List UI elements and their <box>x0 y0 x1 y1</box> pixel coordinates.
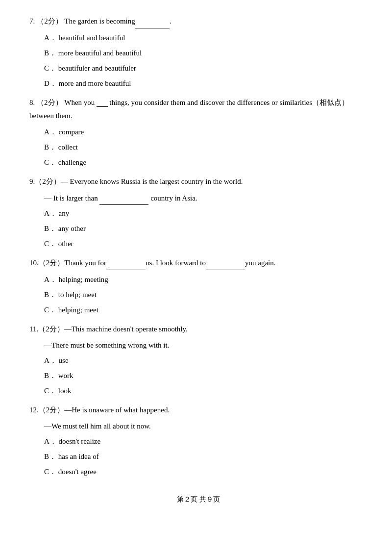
q10-option-c-label: C． <box>44 306 56 314</box>
q7-blank <box>135 15 170 28</box>
q8-blank <box>97 99 108 107</box>
q11-option-c: C． look <box>44 384 368 398</box>
q11-number: 11. <box>29 323 38 336</box>
q9-option-b-label: B． <box>44 225 56 232</box>
q8-option-a-text: compare <box>59 128 84 136</box>
q7-option-b-label: B． <box>44 49 56 57</box>
question-11: 11. （2分） —This machine doesn't operate s… <box>29 323 368 398</box>
question-9-title: 9. （2分） — Everyone knows Russia is the l… <box>29 175 368 188</box>
q9-option-b-text: any other <box>58 225 86 232</box>
q12-dialog-line2: —We must tell him all about it now. <box>44 420 368 433</box>
q10-blank1 <box>106 256 146 270</box>
q10-text-after: you again. <box>245 256 275 270</box>
question-12: 12. （2分） —He is unaware of what happened… <box>29 404 368 479</box>
q11-option-c-text: look <box>58 387 72 395</box>
q8-text-before: When you <box>64 99 95 106</box>
q12-option-b-label: B． <box>44 453 56 460</box>
question-9: 9. （2分） — Everyone knows Russia is the l… <box>29 175 368 251</box>
q9-points: （2分） <box>35 175 61 188</box>
q8-option-b: B． collect <box>44 141 368 154</box>
q11-option-b: B． work <box>44 369 368 382</box>
q10-text-middle: us. I look forward to <box>146 256 206 270</box>
q8-option-a: A． compare <box>44 126 368 139</box>
q8-option-b-label: B． <box>44 143 56 151</box>
q9-option-c-label: C． <box>44 240 56 248</box>
question-10: 10. （2分） Thank you for us. I look forwar… <box>29 256 368 317</box>
q12-points: （2分） <box>39 404 65 417</box>
q7-text-before: The garden is becoming <box>63 15 135 28</box>
q9-option-b: B． any other <box>44 222 368 235</box>
q8-points: （2分） <box>37 99 63 106</box>
q7-option-a-text: beautiful and beautiful <box>59 34 125 42</box>
q11-option-c-label: C． <box>44 387 56 395</box>
q10-option-b: B． to help; meet <box>44 288 368 302</box>
question-8-title: 8. （2分） When you things, you consider th… <box>29 96 368 123</box>
q9-option-a-text: any <box>59 209 70 217</box>
q10-option-a: A． helping; meeting <box>44 273 368 286</box>
q11-dialog-line1: —This machine doesn't operate smoothly. <box>64 323 188 336</box>
q9-dash1: — Everyone knows Russia is the largest c… <box>61 175 243 188</box>
footer-text: 第２页 共９页 <box>177 496 220 503</box>
q7-option-d-label: D． <box>44 79 57 87</box>
q10-blank2 <box>206 256 245 270</box>
question-10-title: 10. （2分） Thank you for us. I look forwar… <box>29 256 368 270</box>
q8-option-c: C． challenge <box>44 156 368 169</box>
q12-dialog-line1: —He is unaware of what happened. <box>64 404 170 417</box>
q7-option-c-label: C． <box>44 64 56 72</box>
q12-option-b-text: has an idea of <box>58 453 99 460</box>
q7-option-c: C． beautifuler and beautifuler <box>44 62 368 75</box>
q7-option-c-text: beautifuler and beautifuler <box>58 64 136 72</box>
q9-option-a-label: A． <box>44 209 57 217</box>
q12-option-b: B． has an idea of <box>44 450 368 463</box>
q11-option-a-label: A． <box>44 356 57 364</box>
q11-dialog-line2: —There must be something wrong with it. <box>44 339 368 352</box>
q12-option-a: A． doesn't realize <box>44 435 368 448</box>
q8-option-c-label: C． <box>44 158 56 166</box>
q11-option-b-text: work <box>58 372 74 379</box>
q7-option-b: B． more beautiful and beautiful <box>44 47 368 60</box>
q9-dialog-text2: country in Asia. <box>150 194 197 202</box>
q9-option-c: C． other <box>44 237 368 251</box>
q12-option-c-label: C． <box>44 468 56 476</box>
q9-option-a: A． any <box>44 207 368 220</box>
q7-option-a-label: A． <box>44 34 57 42</box>
q9-option-c-text: other <box>58 240 74 248</box>
q10-option-a-label: A． <box>44 276 57 283</box>
q12-option-a-label: A． <box>44 437 57 445</box>
q10-option-c-text: helping; meet <box>58 306 98 314</box>
q10-option-a-text: helping; meeting <box>59 276 108 283</box>
q7-text-after: . <box>170 15 172 28</box>
q7-option-a: A． beautiful and beautiful <box>44 31 368 45</box>
q10-option-c: C． helping; meet <box>44 303 368 317</box>
q10-option-b-label: B． <box>44 291 56 299</box>
q12-option-c-text: doesn't agree <box>58 468 97 476</box>
q7-option-d-text: more and more beautiful <box>59 79 131 87</box>
q12-number: 12. <box>29 404 39 417</box>
q11-option-b-label: B． <box>44 372 56 379</box>
q12-option-c: C． doesn't agree <box>44 465 368 479</box>
question-7-title: 7. （2分） The garden is becoming . <box>29 15 368 28</box>
question-8: 8. （2分） When you things, you consider th… <box>29 96 368 169</box>
q7-points: （2分） <box>37 15 63 28</box>
q9-number: 9. <box>29 175 35 188</box>
q11-dialog-dash2: —There must be something wrong with it. <box>44 341 169 349</box>
q8-option-c-text: challenge <box>58 158 86 166</box>
q7-number: 7. <box>29 15 35 28</box>
q12-option-a-text: doesn't realize <box>59 437 101 445</box>
q11-option-a-text: use <box>59 356 69 364</box>
q7-option-d: D． more and more beautiful <box>44 77 368 90</box>
q9-dialog-line2: — It is larger than country in Asia. <box>44 191 368 205</box>
q9-blank <box>99 191 148 205</box>
q7-option-b-text: more beautiful and beautiful <box>58 49 142 57</box>
question-12-title: 12. （2分） —He is unaware of what happened… <box>29 404 368 417</box>
q8-option-b-text: collect <box>58 143 78 151</box>
q12-dialog-dash2: —We must tell him all about it now. <box>44 422 151 430</box>
q11-points: （2分） <box>38 323 64 336</box>
q10-points: （2分） <box>39 256 65 270</box>
q11-option-a: A． use <box>44 354 368 367</box>
page-footer: 第２页 共９页 <box>29 493 368 505</box>
q9-dialog-dash2: — It is larger than <box>44 194 98 202</box>
question-7: 7. （2分） The garden is becoming . A． beau… <box>29 15 368 90</box>
q10-option-b-text: to help; meet <box>58 291 97 299</box>
q10-text-before: Thank you for <box>64 256 106 270</box>
